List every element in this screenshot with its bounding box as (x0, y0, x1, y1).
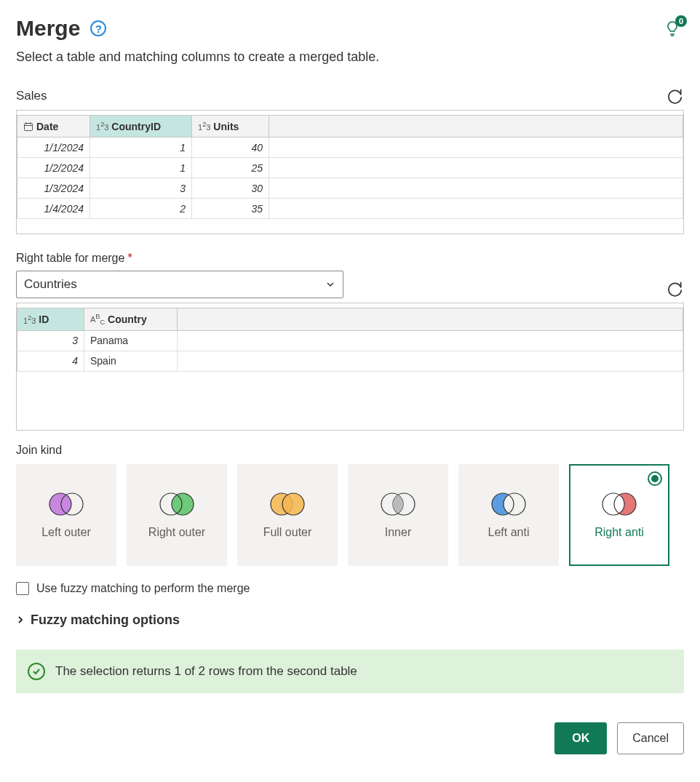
join-left-anti[interactable]: Left anti (458, 464, 559, 566)
col-header-date[interactable]: Date (17, 116, 90, 137)
join-inner[interactable]: Inner (348, 464, 448, 566)
tips-icon[interactable]: 0 (664, 18, 684, 39)
table-row[interactable]: 1/4/2024235 (17, 199, 683, 219)
join-kind-label: Join kind (16, 444, 684, 457)
col-header-units[interactable]: 123 Units (192, 116, 269, 137)
number-type-icon: 123 (23, 314, 36, 325)
venn-left-anti-icon (488, 491, 529, 517)
table-row[interactable]: 1/2/2024125 (17, 158, 683, 178)
svg-point-4 (49, 493, 71, 515)
refresh-icon[interactable] (665, 279, 684, 298)
join-right-outer[interactable]: Right outer (127, 464, 227, 566)
page-title: Merge (16, 16, 80, 41)
venn-left-outer-icon (46, 491, 87, 517)
table-row[interactable]: 1/3/2024330 (17, 178, 683, 199)
cancel-button[interactable]: Cancel (617, 722, 684, 754)
svg-point-6 (172, 493, 194, 515)
tips-badge: 0 (675, 15, 687, 27)
date-type-icon (23, 121, 33, 132)
chevron-right-icon (16, 615, 25, 624)
chevron-down-icon (325, 279, 335, 290)
left-table-name: Sales (16, 89, 47, 103)
table-row[interactable]: 3Panama (17, 330, 683, 351)
ok-button[interactable]: OK (554, 722, 607, 754)
svg-rect-0 (25, 123, 33, 130)
refresh-icon[interactable] (665, 87, 684, 105)
col-header-id[interactable]: 123 ID (17, 308, 84, 331)
fuzzy-matching-checkbox[interactable] (16, 582, 29, 595)
join-kind-group: Left outer Right outer Full outer Inner (16, 464, 684, 566)
countries-table: 123 ID ABC Country 3Panama 4Spain (17, 308, 683, 372)
table-row[interactable]: 4Spain (17, 351, 683, 371)
col-header-empty (178, 308, 683, 331)
success-check-icon (28, 663, 45, 680)
text-type-icon: ABC (90, 313, 105, 326)
table-header-row: 123 ID ABC Country (17, 308, 683, 331)
right-table-dropdown[interactable]: Countries (16, 271, 343, 298)
join-full-outer[interactable]: Full outer (237, 464, 338, 566)
number-type-icon: 123 (96, 121, 108, 132)
venn-inner-icon (378, 491, 418, 517)
col-header-country[interactable]: ABC Country (84, 308, 178, 331)
status-message-bar: The selection returns 1 of 2 rows from t… (16, 650, 684, 693)
fuzzy-matching-label: Use fuzzy matching to perform the merge (36, 582, 250, 595)
col-header-countryid[interactable]: 123 CountryID (90, 116, 192, 137)
subtitle: Select a table and matching columns to c… (16, 49, 684, 65)
venn-right-outer-icon (156, 491, 197, 517)
table-header-row: Date 123 CountryID 123 Units (17, 116, 683, 137)
number-type-icon: 123 (198, 121, 210, 132)
join-right-anti[interactable]: Right anti (569, 464, 669, 566)
table-row[interactable]: 1/1/2024140 (17, 137, 683, 158)
sales-table: Date 123 CountryID 123 Units 1/1/2024140… (17, 115, 683, 219)
join-left-outer[interactable]: Left outer (16, 464, 116, 566)
svg-point-9 (282, 493, 304, 515)
fuzzy-options-toggle[interactable]: Fuzzy matching options (16, 613, 684, 628)
venn-full-outer-icon (267, 491, 308, 517)
right-table-field-label: Right table for merge* (16, 252, 684, 265)
venn-right-anti-icon (599, 491, 640, 517)
col-header-empty (269, 116, 683, 137)
selected-radio-icon (648, 471, 662, 486)
help-icon[interactable]: ? (90, 20, 106, 36)
